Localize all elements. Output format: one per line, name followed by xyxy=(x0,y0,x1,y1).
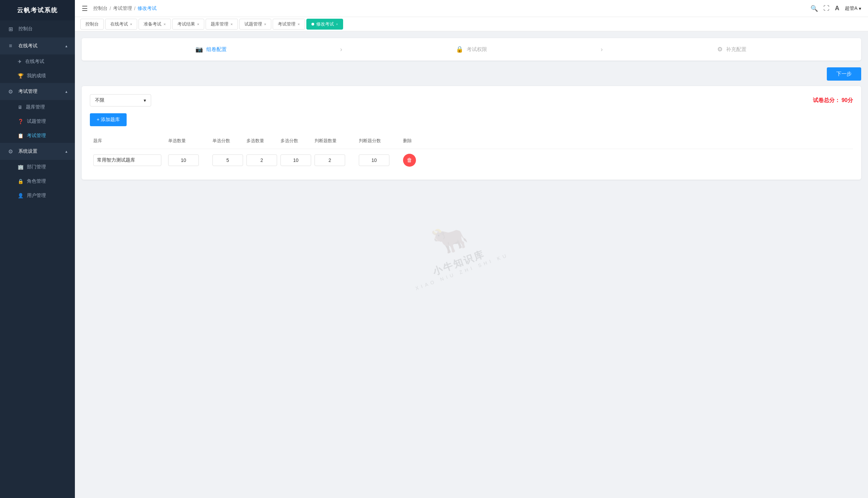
filter-select[interactable]: 不限 ▾ xyxy=(90,94,151,106)
question-bank-table: 题库 单选数量 单选分数 多选数量 多选分数 判断题数量 判断题分数 删除 xyxy=(90,133,853,171)
step-supplement[interactable]: ⚙ 补充配置 xyxy=(603,38,861,61)
tab-online-exam[interactable]: 在线考试 × xyxy=(105,19,137,30)
user-menu[interactable]: 超管A ▾ xyxy=(845,5,861,12)
tab-modify-exam[interactable]: 修改考试 × xyxy=(306,19,343,30)
tab-label: 修改考试 xyxy=(316,21,334,27)
sidebar-section-label: 考试管理 xyxy=(18,89,61,94)
tabbar: 控制台 在线考试 × 准备考试 × 考试结果 × 题库管理 × 试题管理 × 考… xyxy=(75,17,868,31)
judge-score-input[interactable] xyxy=(359,155,390,166)
cell-multi-count xyxy=(243,153,277,167)
step-permission[interactable]: 🔒 考试权限 xyxy=(342,38,600,61)
tab-close-icon[interactable]: × xyxy=(264,22,266,26)
tab-close-icon[interactable]: × xyxy=(197,22,199,26)
tab-label: 考试管理 xyxy=(278,21,295,27)
sidebar-item-my-score[interactable]: 🏆 我的成绩 xyxy=(0,69,75,83)
cell-multi-score xyxy=(277,153,311,167)
breadcrumb-dashboard[interactable]: 控制台 xyxy=(93,5,107,12)
col-single-count: 单选数量 xyxy=(165,136,209,145)
sidebar-item-question-mgmt[interactable]: ❓ 试题管理 xyxy=(0,114,75,129)
airplane-icon: ✈ xyxy=(18,59,22,64)
sidebar-section-label: 在线考试 xyxy=(18,43,61,49)
sidebar-section-label: 系统设置 xyxy=(18,148,61,155)
sidebar-item-role-mgmt[interactable]: 🔒 角色管理 xyxy=(0,174,75,188)
main-card: 不限 ▾ 试卷总分： 90分 + 添加题库 题库 单选数量 单选分数 多选数量 … xyxy=(82,86,861,180)
add-question-bank-button[interactable]: + 添加题库 xyxy=(90,113,127,126)
sidebar-item-label: 在线考试 xyxy=(25,58,44,65)
sidebar-item-label: 控制台 xyxy=(18,26,33,32)
tab-prepare-exam[interactable]: 准备考试 × xyxy=(139,19,170,30)
next-btn-area: 下一步 xyxy=(82,67,861,81)
judge-count-input[interactable] xyxy=(315,155,345,166)
breadcrumb-sep-1: / xyxy=(110,6,111,11)
sidebar-item-online-exam[interactable]: ✈ 在线考试 xyxy=(0,54,75,69)
sidebar-item-label: 用户管理 xyxy=(27,193,46,199)
tab-label: 考试结果 xyxy=(177,21,195,27)
tab-close-icon[interactable]: × xyxy=(297,22,299,26)
col-judge-score: 判断题分数 xyxy=(355,136,400,145)
sidebar-item-dept-mgmt[interactable]: 🏢 部门管理 xyxy=(0,160,75,174)
supplement-icon: ⚙ xyxy=(717,45,723,53)
tab-label: 在线考试 xyxy=(110,21,128,27)
breadcrumb-sep-2: / xyxy=(134,6,136,11)
list-icon: 📋 xyxy=(18,133,24,139)
building-icon: 🏢 xyxy=(18,164,24,170)
sidebar-item-label: 角色管理 xyxy=(27,178,46,184)
monitor-icon: 🖥 xyxy=(18,104,23,110)
chevron-up-icon: ▲ xyxy=(65,90,68,93)
sidebar-item-label: 我的成绩 xyxy=(27,73,46,79)
card-top-row: 不限 ▾ 试卷总分： 90分 xyxy=(90,94,853,106)
table-row: 🗑 xyxy=(90,149,853,171)
tab-exam-management[interactable]: 考试管理 × xyxy=(273,19,305,30)
menu-icon[interactable]: ☰ xyxy=(82,4,88,13)
next-button[interactable]: 下一步 xyxy=(827,67,861,81)
multi-count-input[interactable] xyxy=(246,155,277,166)
step-compose[interactable]: 📷 组卷配置 xyxy=(82,38,340,61)
permission-icon: 🔒 xyxy=(456,45,463,53)
compose-icon: 📷 xyxy=(195,45,203,53)
tab-close-icon[interactable]: × xyxy=(130,22,132,26)
font-size-icon[interactable]: A xyxy=(835,5,839,12)
sidebar-section-exam-mgmt[interactable]: ⚙ 考试管理 ▲ xyxy=(0,83,75,100)
online-exam-section-icon: ≡ xyxy=(7,42,14,50)
sidebar-section-system-settings[interactable]: ⚙ 系统设置 ▲ xyxy=(0,143,75,160)
breadcrumb-exam-mgmt[interactable]: 考试管理 xyxy=(113,5,132,12)
step-label: 考试权限 xyxy=(467,46,487,53)
sidebar-item-label: 部门管理 xyxy=(27,164,46,170)
tab-label: 控制台 xyxy=(86,21,99,27)
dashboard-icon: ⊞ xyxy=(7,25,14,32)
tab-dashboard[interactable]: 控制台 xyxy=(80,19,104,30)
single-count-input[interactable] xyxy=(168,155,199,166)
col-delete: 删除 xyxy=(400,136,427,145)
tab-question-bank[interactable]: 题库管理 × xyxy=(206,19,238,30)
breadcrumb: 控制台 / 考试管理 / 修改考试 xyxy=(93,5,805,12)
sidebar-logo: 云帆考试系统 xyxy=(0,0,75,21)
sidebar-item-user-mgmt[interactable]: 👤 用户管理 xyxy=(0,188,75,203)
sidebar-item-label: 试题管理 xyxy=(27,118,46,124)
tab-label: 试题管理 xyxy=(244,21,262,27)
user-name: 超管A xyxy=(845,5,857,12)
library-name-input[interactable] xyxy=(93,155,161,166)
question-icon: ❓ xyxy=(18,119,24,124)
tab-close-icon[interactable]: × xyxy=(230,22,232,26)
sidebar-item-dashboard[interactable]: ⊞ 控制台 xyxy=(0,21,75,37)
single-score-input[interactable] xyxy=(213,155,243,166)
fullscreen-icon[interactable]: ⛶ xyxy=(824,5,830,12)
sidebar-section-online-exam[interactable]: ≡ 在线考试 ▲ xyxy=(0,37,75,54)
tab-close-icon[interactable]: × xyxy=(163,22,165,26)
tab-label: 准备考试 xyxy=(144,21,161,27)
total-score: 试卷总分： 90分 xyxy=(813,97,853,104)
cell-single-count xyxy=(165,153,209,167)
sidebar-item-question-bank[interactable]: 🖥 题库管理 xyxy=(0,100,75,114)
multi-score-input[interactable] xyxy=(280,155,311,166)
search-icon[interactable]: 🔍 xyxy=(810,5,818,12)
tab-question-mgmt[interactable]: 试题管理 × xyxy=(239,19,271,30)
tab-close-icon[interactable]: × xyxy=(336,22,338,26)
chevron-up-icon: ▲ xyxy=(65,44,68,48)
col-multi-count: 多选数量 xyxy=(243,136,277,145)
sidebar-item-exam-management[interactable]: 📋 考试管理 xyxy=(0,129,75,143)
delete-row-button[interactable]: 🗑 xyxy=(403,154,416,167)
tab-label: 题库管理 xyxy=(211,21,228,27)
sidebar-item-label: 考试管理 xyxy=(27,133,46,139)
topbar: ☰ 控制台 / 考试管理 / 修改考试 🔍 ⛶ A 超管A ▾ xyxy=(75,0,868,17)
tab-exam-result[interactable]: 考试结果 × xyxy=(172,19,204,30)
